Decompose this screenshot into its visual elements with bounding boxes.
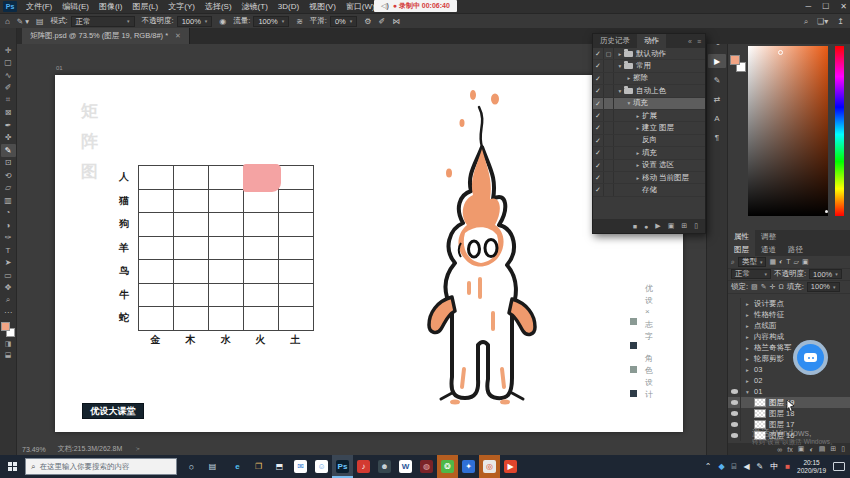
filter-kind-select[interactable]: 类型▾: [738, 257, 767, 267]
layer-disclosure-icon[interactable]: ▸: [744, 356, 751, 362]
menu-item-7[interactable]: 3D(D): [273, 0, 304, 13]
layer-disclosure-icon[interactable]: ▸: [744, 312, 751, 318]
action-item[interactable]: ✓▸擦除: [593, 73, 705, 85]
action-check-icon[interactable]: ✓: [593, 48, 604, 59]
tab-history[interactable]: 历史记录: [593, 34, 637, 48]
edit-toolbar[interactable]: ⋯: [1, 307, 16, 320]
mode-select[interactable]: 正常▾: [71, 16, 135, 27]
visibility-toggle[interactable]: [728, 331, 741, 342]
layer-disclosure-icon[interactable]: ▸: [744, 378, 751, 384]
action-modal-icon[interactable]: [604, 85, 614, 96]
lock-transparent-icon[interactable]: ▨: [751, 283, 758, 291]
actions-panel-icon[interactable]: ▶: [708, 54, 726, 68]
disclosure-icon[interactable]: ▸: [634, 162, 642, 168]
type-tool[interactable]: T: [1, 244, 16, 257]
layer-row[interactable]: ▸03: [728, 364, 850, 375]
lock-paint-icon[interactable]: ✎: [761, 283, 767, 291]
action-item[interactable]: ✓▾填充: [593, 98, 705, 110]
tab-adjustments[interactable]: 调整: [755, 230, 782, 243]
visibility-toggle[interactable]: [728, 397, 741, 408]
action-check-icon[interactable]: ✓: [593, 122, 604, 133]
stop-icon[interactable]: ■: [633, 223, 637, 230]
grid-cell[interactable]: [174, 166, 209, 190]
grid-cell[interactable]: [139, 307, 174, 331]
action-check-icon[interactable]: ✓: [593, 73, 604, 84]
lasso-tool[interactable]: ∿: [1, 69, 16, 82]
visibility-toggle[interactable]: [728, 309, 741, 320]
tab-layers[interactable]: 图层: [728, 243, 755, 256]
visibility-toggle[interactable]: [728, 342, 741, 353]
fg-color-chip[interactable]: [730, 55, 740, 65]
visibility-toggle[interactable]: [728, 430, 741, 441]
blur-tool[interactable]: ◔: [1, 207, 16, 220]
action-check-icon[interactable]: ✓: [593, 135, 604, 146]
search-icon[interactable]: ⌕: [804, 17, 808, 27]
menu-item-3[interactable]: 图层(L): [127, 0, 163, 13]
dark-app-taskbar-button[interactable]: ☻: [374, 455, 395, 478]
record-icon[interactable]: ●: [644, 223, 648, 230]
action-item[interactable]: ✓▸填充: [593, 147, 705, 159]
move-tool[interactable]: ✛: [1, 44, 16, 57]
action-item[interactable]: ✓反向: [593, 135, 705, 147]
disclosure-icon[interactable]: ▾: [625, 100, 633, 106]
airbrush-icon[interactable]: ≋: [296, 17, 303, 26]
layer-disclosure-icon[interactable]: ▸: [744, 345, 751, 351]
tab-paths[interactable]: 路径: [782, 243, 809, 256]
action-check-icon[interactable]: ✓: [593, 147, 604, 158]
action-check-icon[interactable]: ✓: [593, 160, 604, 171]
filter-pixel-icon[interactable]: ▦: [769, 258, 776, 266]
visibility-toggle[interactable]: [728, 364, 741, 375]
docs-app-taskbar-button[interactable]: ✦: [458, 455, 479, 478]
grid-cell[interactable]: [244, 260, 279, 284]
disclosure-icon[interactable]: ▸: [634, 113, 642, 119]
taskbar-clock[interactable]: 20:152020/9/19: [797, 459, 826, 475]
grid-cell[interactable]: [139, 190, 174, 214]
home-icon[interactable]: ⌂: [5, 17, 10, 26]
pen-tool[interactable]: ✑: [1, 232, 16, 245]
action-item[interactable]: ✓▢▸默认动作: [593, 48, 705, 60]
cortana-button[interactable]: ○: [181, 455, 202, 478]
eyedropper-tool[interactable]: ✒: [1, 119, 16, 132]
grid-cell[interactable]: [139, 284, 174, 308]
disclosure-icon[interactable]: ▸: [634, 125, 642, 131]
action-check-icon[interactable]: ✓: [593, 172, 604, 183]
recorder-taskbar-button[interactable]: ◎: [479, 455, 500, 478]
disclosure-icon[interactable]: ▸: [625, 75, 633, 81]
filter-smart-icon[interactable]: ▣: [802, 258, 809, 266]
grid-cell[interactable]: [174, 307, 209, 331]
grid-cell[interactable]: [139, 166, 174, 190]
layer-row[interactable]: ▸点线面: [728, 320, 850, 331]
ime-indicator[interactable]: 中: [770, 461, 778, 472]
grid-cell[interactable]: [244, 307, 279, 331]
crop-tool[interactable]: ⌗: [1, 94, 16, 107]
menu-item-6[interactable]: 滤镜(T): [237, 0, 273, 13]
brush-tool[interactable]: ✎: [1, 144, 16, 157]
grid-cell[interactable]: [279, 213, 314, 237]
layer-row[interactable]: ▸内容构成: [728, 331, 850, 342]
action-item[interactable]: ✓▸建立 图层: [593, 122, 705, 134]
layer-disclosure-icon[interactable]: ▾: [744, 389, 751, 395]
frame-tool[interactable]: ⊠: [1, 107, 16, 120]
filter-adjustment-icon[interactable]: ◐: [779, 258, 783, 266]
disclosure-icon[interactable]: ▸: [634, 150, 642, 156]
grid-cell[interactable]: [209, 237, 244, 261]
edge-browser-taskbar-button[interactable]: e: [227, 455, 248, 478]
filter-search-icon[interactable]: ⌕: [731, 258, 735, 266]
action-modal-icon[interactable]: [604, 110, 614, 121]
grid-cell[interactable]: [279, 307, 314, 331]
volume-icon[interactable]: ◀: [743, 462, 749, 471]
action-modal-icon[interactable]: [604, 147, 614, 158]
opacity-select[interactable]: 100%▾: [177, 16, 213, 27]
disclosure-icon[interactable]: ▾: [616, 88, 624, 94]
menu-item-4[interactable]: 文字(Y): [163, 0, 200, 13]
action-modal-icon[interactable]: [604, 60, 614, 71]
action-check-icon[interactable]: ✓: [593, 110, 604, 121]
hue-strip[interactable]: [835, 46, 844, 216]
dodge-tool[interactable]: ◑: [1, 219, 16, 232]
layer-disclosure-icon[interactable]: ▸: [744, 334, 751, 340]
action-item[interactable]: ✓▾自动上色: [593, 85, 705, 97]
menu-item-2[interactable]: 图像(I): [94, 0, 128, 13]
action-check-icon[interactable]: ✓: [593, 98, 604, 109]
action-item[interactable]: ✓▾常用: [593, 60, 705, 72]
action-check-icon[interactable]: ✓: [593, 60, 604, 71]
